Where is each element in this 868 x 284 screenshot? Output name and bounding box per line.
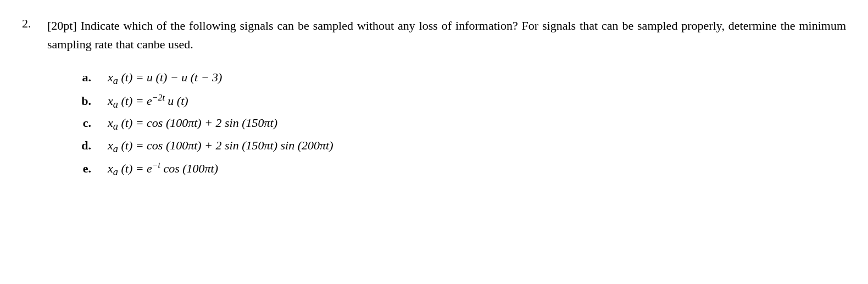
part-label: b. <box>80 94 91 108</box>
part-formula: xa (t) = u (t) − u (t − 3) <box>108 70 222 87</box>
part-label: a. <box>80 70 91 85</box>
part-item: b.xa (t) = e−2t u (t) <box>80 93 846 111</box>
question-body: [20pt] Indicate which of the following s… <box>47 16 846 179</box>
part-item: a.xa (t) = u (t) − u (t − 3) <box>80 70 846 87</box>
part-item: c.xa (t) = cos (100πt) + 2 sin (150πt) <box>80 116 846 132</box>
part-label: d. <box>80 138 91 153</box>
question-text: [20pt] Indicate which of the following s… <box>47 16 846 54</box>
part-label: c. <box>80 116 91 130</box>
part-item: d.xa (t) = cos (100πt) + 2 sin (150πt) s… <box>80 138 846 155</box>
part-label: e. <box>80 162 91 176</box>
parts-list: a.xa (t) = u (t) − u (t − 3)b.xa (t) = e… <box>80 70 846 179</box>
part-formula: xa (t) = cos (100πt) + 2 sin (150πt) <box>108 116 277 132</box>
part-item: e.xa (t) = e−t cos (100πt) <box>80 160 846 179</box>
part-formula: xa (t) = cos (100πt) + 2 sin (150πt) sin… <box>108 138 333 155</box>
question-number: 2. <box>22 16 38 31</box>
part-formula: xa (t) = e−2t u (t) <box>108 93 188 111</box>
part-formula: xa (t) = e−t cos (100πt) <box>108 160 218 179</box>
question-block: 2. [20pt] Indicate which of the followin… <box>22 16 846 179</box>
